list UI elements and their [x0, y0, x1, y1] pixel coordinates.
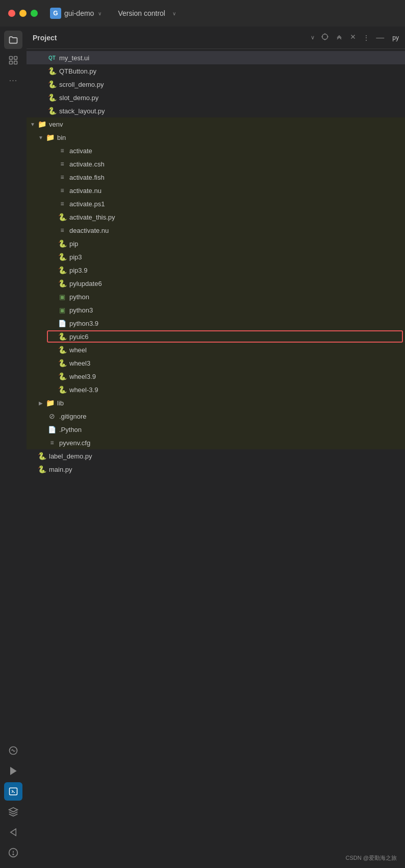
pyuic6-highlight-box: [47, 330, 403, 343]
python-icon-label-demo: 🐍: [37, 452, 47, 460]
python-icon-wheel3: 🐍: [57, 359, 67, 367]
close-panel-icon[interactable]: [349, 33, 357, 42]
tree-item-activate-this[interactable]: 🐍 activate_this.py: [27, 210, 405, 224]
python-icon-main-py: 🐍: [37, 465, 47, 473]
sidebar-item-warning[interactable]: [4, 843, 22, 862]
file-label-wheel: wheel: [69, 346, 87, 354]
tree-item-scroll-demo[interactable]: 🐍 scroll_demo.py: [27, 78, 405, 91]
svg-rect-1: [14, 57, 17, 60]
tree-item-pyvenv[interactable]: ≡ pyvenv.cfg: [27, 436, 405, 449]
tree-item-lib[interactable]: ▶ 📁 lib: [27, 396, 405, 409]
version-control-arrow[interactable]: ∨: [172, 11, 176, 16]
py-tab-label[interactable]: py: [392, 34, 399, 41]
svg-rect-0: [10, 57, 13, 60]
folder-icon-lib: 📁: [45, 399, 55, 407]
tree-item-pip[interactable]: 🐍 pip: [27, 237, 405, 250]
file-label-activate-this: activate_this.py: [69, 213, 115, 221]
minimize-panel-icon[interactable]: —: [376, 33, 384, 42]
python-icon-pyuic6: 🐍: [57, 332, 67, 341]
tree-item-python3-sym[interactable]: ▣ python3: [27, 303, 405, 317]
file-label-python3-sym: python3: [69, 306, 93, 314]
panel-title: Project: [33, 34, 311, 42]
file-label-wheel3: wheel3: [69, 359, 90, 367]
tree-item-deactivate-nu[interactable]: ≡ deactivate.nu: [27, 224, 405, 237]
python-icon-stack-layout: 🐍: [47, 107, 57, 115]
tree-item-python39[interactable]: 📄 python3.9: [27, 317, 405, 330]
app-title: G gui-demo ∨: [50, 8, 102, 19]
tree-item-activate-nu[interactable]: ≡ activate.nu: [27, 184, 405, 197]
file-label-main-py: main.py: [49, 466, 72, 473]
tree-item-activate-fish[interactable]: ≡ activate.fish: [27, 171, 405, 184]
file-label-activate-nu: activate.nu: [69, 187, 102, 195]
sidebar-item-explorer[interactable]: [4, 31, 22, 49]
app-dropdown-arrow[interactable]: ∨: [98, 11, 102, 16]
python-icon-activate-this: 🐍: [57, 213, 67, 221]
watermark-text: CSDN @爱勤海之旅: [346, 854, 397, 862]
file-label-stack-layout: stack_layout.py: [59, 107, 105, 115]
lib-arrow[interactable]: ▶: [37, 400, 45, 406]
tree-item-wheel-dash39[interactable]: 🐍 wheel-3.9: [27, 383, 405, 396]
locate-icon[interactable]: [321, 33, 329, 43]
sidebar-bottom: [4, 741, 22, 868]
text-icon-pyvenv: ≡: [47, 439, 57, 446]
venv-arrow[interactable]: ▼: [29, 122, 37, 127]
tree-item-wheel39[interactable]: 🐍 wheel3.9: [27, 370, 405, 383]
collapse-icon[interactable]: [335, 33, 343, 43]
folder-label-bin: bin: [57, 134, 66, 141]
file-label-activate-ps1: activate.ps1: [69, 200, 105, 208]
panel-dropdown[interactable]: ∨: [311, 34, 315, 41]
python-icon-pip39: 🐍: [57, 266, 67, 274]
tree-item-pylupdate6[interactable]: 🐍 pylupdate6: [27, 277, 405, 290]
tree-item-pip3[interactable]: 🐍 pip3: [27, 250, 405, 263]
folder-icon-bin: 📁: [45, 133, 55, 141]
text-icon-activate: ≡: [57, 147, 67, 154]
maximize-button[interactable]: [31, 10, 38, 17]
tree-item-activate[interactable]: ≡ activate: [27, 144, 405, 157]
tree-item-main-py[interactable]: 🐍 main.py: [27, 463, 405, 476]
tree-item-venv[interactable]: ▼ 📁 venv: [27, 117, 405, 131]
python-icon-qtbutton: 🐍: [47, 67, 57, 75]
tree-item-python-dot[interactable]: 📄 .Python: [27, 423, 405, 436]
minimize-button[interactable]: [19, 10, 27, 17]
sidebar-item-deploy[interactable]: [4, 823, 22, 841]
tree-item-wheel3[interactable]: 🐍 wheel3: [27, 356, 405, 370]
text-icon-activate-ps1: ≡: [57, 200, 67, 207]
tree-item-qtbutton[interactable]: 🐍 QTButton.py: [27, 64, 405, 78]
text-icon-activate-csh: ≡: [57, 160, 67, 167]
sidebar-item-layers[interactable]: [4, 803, 22, 821]
python-icon-wheel: 🐍: [57, 346, 67, 354]
tree-item-my-test-ui[interactable]: QT my_test.ui: [27, 51, 405, 64]
close-button[interactable]: [8, 10, 15, 17]
tree-item-pyuic6[interactable]: 🐍 pyuic6: [27, 330, 405, 343]
tree-item-label-demo[interactable]: 🐍 label_demo.py: [27, 449, 405, 463]
app-icon: G: [50, 8, 61, 19]
sidebar-item-terminal[interactable]: [4, 782, 22, 801]
tree-item-activate-csh[interactable]: ≡ activate.csh: [27, 157, 405, 171]
svg-marker-7: [9, 808, 18, 812]
file-label-pip39: pip3.9: [69, 267, 87, 274]
tree-item-pip39[interactable]: 🐍 pip3.9: [27, 263, 405, 277]
sidebar-item-extensions[interactable]: [4, 51, 22, 69]
python-icon-wheel39: 🐍: [57, 372, 67, 380]
more-options-icon[interactable]: ⋮: [363, 34, 370, 42]
qt-icon: QT: [47, 55, 57, 61]
sidebar-item-python[interactable]: [4, 741, 22, 760]
file-icon-python-dot: 📄: [47, 426, 57, 433]
tree-item-bin[interactable]: ▼ 📁 bin: [27, 131, 405, 144]
svg-marker-8: [11, 829, 16, 836]
file-tree[interactable]: QT my_test.ui 🐍 QTButton.py 🐍 scroll_dem…: [27, 49, 405, 868]
title-bar: G gui-demo ∨ Version control ∨: [0, 0, 405, 27]
bin-arrow[interactable]: ▼: [37, 135, 45, 140]
version-control-label[interactable]: Version control: [118, 9, 165, 17]
tree-item-python-sym[interactable]: ▣ python: [27, 290, 405, 303]
tree-item-activate-ps1[interactable]: ≡ activate.ps1: [27, 197, 405, 210]
python-icon-pip: 🐍: [57, 239, 67, 248]
tree-item-gitignore[interactable]: ⊘ .gitignore: [27, 409, 405, 423]
sidebar-item-run[interactable]: [4, 762, 22, 780]
tree-item-wheel[interactable]: 🐍 wheel: [27, 343, 405, 356]
tree-item-stack-layout[interactable]: 🐍 stack_layout.py: [27, 104, 405, 117]
tree-item-slot-demo[interactable]: 🐍 slot_demo.py: [27, 91, 405, 104]
sidebar-item-more[interactable]: ···: [4, 71, 22, 90]
project-panel: Project ∨: [27, 27, 405, 868]
file-icon-python39: 📄: [57, 320, 67, 327]
